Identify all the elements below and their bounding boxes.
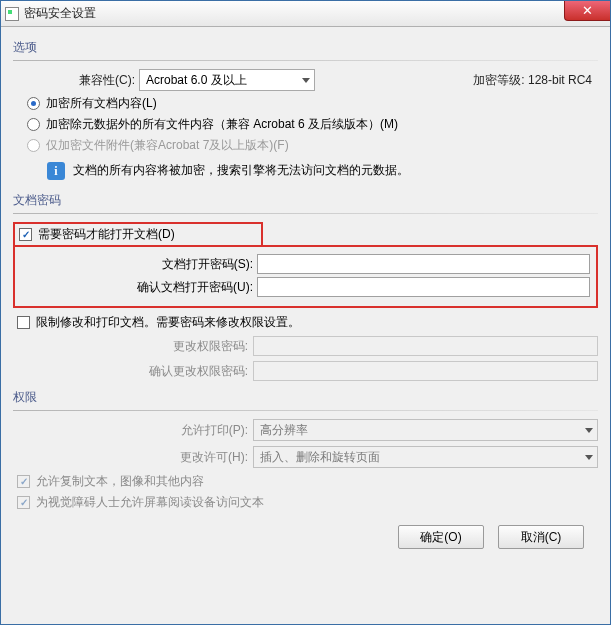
allow-changes-combo: 插入、删除和旋转页面 <box>253 446 598 468</box>
info-row: i 文档的所有内容将被加密，搜索引擎将无法访问文档的元数据。 <box>47 162 598 180</box>
encryption-level-label: 加密等级: 128-bit RC4 <box>473 72 598 89</box>
allow-print-row: 允许打印(P): 高分辨率 <box>13 419 598 441</box>
highlight-open-pw-fields: 文档打开密码(S): 确认文档打开密码(U): <box>13 245 598 308</box>
allow-screen-reader-row: 为视觉障碍人士允许屏幕阅读设备访问文本 <box>17 494 598 511</box>
confirm-change-perm-pw-input <box>253 361 598 381</box>
restrict-checkbox[interactable] <box>17 316 30 329</box>
change-perm-pw-row: 更改权限密码: <box>13 336 598 356</box>
confirm-open-pw-label: 确认文档打开密码(U): <box>21 279 257 296</box>
dialog-content: 选项 兼容性(C): Acrobat 6.0 及以上 加密等级: 128-bit… <box>1 27 610 624</box>
radio-encrypt-all-label: 加密所有文档内容(L) <box>46 95 157 112</box>
cancel-button[interactable]: 取消(C) <box>498 525 584 549</box>
confirm-open-pw-row: 确认文档打开密码(U): <box>21 277 590 297</box>
radio-except-meta-label: 加密除元数据外的所有文件内容（兼容 Acrobat 6 及后续版本）(M) <box>46 116 398 133</box>
group-perm-label: 权限 <box>13 389 598 406</box>
info-text: 文档的所有内容将被加密，搜索引擎将无法访问文档的元数据。 <box>73 162 409 179</box>
close-icon: ✕ <box>582 3 593 18</box>
compat-value: Acrobat 6.0 及以上 <box>146 72 247 89</box>
radio-except-meta[interactable] <box>27 118 40 131</box>
window-title: 密码安全设置 <box>24 5 96 22</box>
divider <box>13 60 598 61</box>
divider <box>13 213 598 214</box>
allow-print-combo: 高分辨率 <box>253 419 598 441</box>
allow-copy-label: 允许复制文本，图像和其他内容 <box>36 473 204 490</box>
info-icon: i <box>47 162 65 180</box>
allow-copy-checkbox <box>17 475 30 488</box>
allow-copy-row: 允许复制文本，图像和其他内容 <box>17 473 598 490</box>
require-open-pw-checkbox[interactable] <box>19 228 32 241</box>
restrict-label: 限制修改和打印文档。需要密码来修改权限设置。 <box>36 314 300 331</box>
confirm-open-pw-input[interactable] <box>257 277 590 297</box>
change-perm-pw-input <box>253 336 598 356</box>
open-pw-label: 文档打开密码(S): <box>21 256 257 273</box>
open-pw-input[interactable] <box>257 254 590 274</box>
group-options-label: 选项 <box>13 39 598 56</box>
compat-combo[interactable]: Acrobat 6.0 及以上 <box>139 69 315 91</box>
allow-print-value: 高分辨率 <box>260 422 308 439</box>
change-perm-pw-label: 更改权限密码: <box>13 338 253 355</box>
close-button[interactable]: ✕ <box>564 1 610 21</box>
allow-changes-value: 插入、删除和旋转页面 <box>260 449 380 466</box>
restrict-row[interactable]: 限制修改和打印文档。需要密码来修改权限设置。 <box>17 314 598 331</box>
allow-screen-reader-checkbox <box>17 496 30 509</box>
allow-print-label: 允许打印(P): <box>13 422 253 439</box>
compat-row: 兼容性(C): Acrobat 6.0 及以上 加密等级: 128-bit RC… <box>13 69 598 91</box>
allow-changes-label: 更改许可(H): <box>13 449 253 466</box>
compat-label: 兼容性(C): <box>13 72 139 89</box>
radio-except-meta-row[interactable]: 加密除元数据外的所有文件内容（兼容 Acrobat 6 及后续版本）(M) <box>27 116 598 133</box>
highlight-require-pw: 需要密码才能打开文档(D) <box>13 222 263 247</box>
divider <box>13 410 598 411</box>
open-pw-row: 文档打开密码(S): <box>21 254 590 274</box>
dialog-footer: 确定(O) 取消(C) <box>13 515 598 551</box>
chevron-down-icon <box>585 428 593 433</box>
require-open-pw-label: 需要密码才能打开文档(D) <box>38 226 175 243</box>
confirm-change-perm-pw-row: 确认更改权限密码: <box>13 361 598 381</box>
allow-changes-row: 更改许可(H): 插入、删除和旋转页面 <box>13 446 598 468</box>
chevron-down-icon <box>585 455 593 460</box>
confirm-change-perm-pw-label: 确认更改权限密码: <box>13 363 253 380</box>
radio-attach-only <box>27 139 40 152</box>
radio-attach-only-label: 仅加密文件附件(兼容Acrobat 7及以上版本)(F) <box>46 137 289 154</box>
allow-screen-reader-label: 为视觉障碍人士允许屏幕阅读设备访问文本 <box>36 494 264 511</box>
radio-encrypt-all-row[interactable]: 加密所有文档内容(L) <box>27 95 598 112</box>
radio-encrypt-all[interactable] <box>27 97 40 110</box>
radio-attach-only-row: 仅加密文件附件(兼容Acrobat 7及以上版本)(F) <box>27 137 598 154</box>
chevron-down-icon <box>302 78 310 83</box>
require-open-pw-row[interactable]: 需要密码才能打开文档(D) <box>19 226 257 243</box>
app-icon <box>5 7 19 21</box>
password-security-dialog: 密码安全设置 ✕ 选项 兼容性(C): Acrobat 6.0 及以上 加密等级… <box>0 0 611 625</box>
ok-button[interactable]: 确定(O) <box>398 525 484 549</box>
group-docpw-label: 文档密码 <box>13 192 598 209</box>
titlebar: 密码安全设置 ✕ <box>1 1 610 27</box>
